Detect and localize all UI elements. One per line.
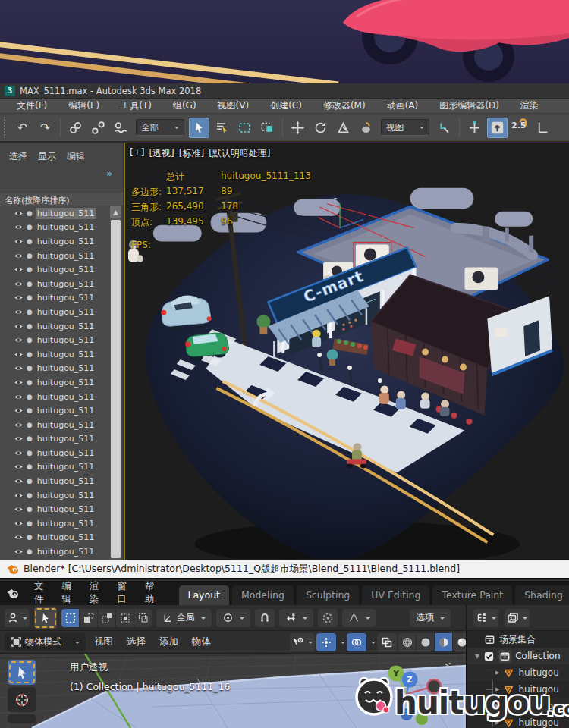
undo-button[interactable]: ↶ (12, 118, 33, 138)
editor-type-dropdown[interactable] (473, 609, 498, 627)
explorer-row[interactable]: ● huitugou_511 (0, 474, 111, 488)
select-and-move-button[interactable] (288, 118, 308, 138)
visibility-eye-icon[interactable] (14, 434, 24, 444)
bind-to-space-warp-button[interactable] (111, 118, 131, 138)
outliner-object-row[interactable]: ▶ huitugou (467, 664, 569, 681)
max-menu-item[interactable]: 组(G) (162, 99, 207, 112)
visibility-eye-icon[interactable] (14, 547, 24, 557)
visibility-eye-icon[interactable] (14, 293, 24, 303)
snap-magnet-toggle[interactable] (255, 609, 275, 627)
workspace-tab-texture-paint[interactable]: Texture Paint (432, 585, 512, 605)
viewport-menu-item[interactable]: 视图 (87, 632, 120, 651)
visibility-eye-icon[interactable] (14, 363, 24, 373)
collection-checkbox[interactable] (483, 651, 495, 662)
explorer-row[interactable]: ● huitugou_511 (0, 432, 111, 447)
use-pivot-point-button[interactable] (434, 118, 454, 138)
explorer-row[interactable]: ● huitugou_511 (0, 460, 111, 475)
visibility-eye-icon[interactable] (14, 265, 24, 275)
mode-pulldown-button[interactable] (5, 609, 30, 627)
explorer-row[interactable]: ● huitugou_511 (0, 516, 111, 531)
viewport-menu-item[interactable]: 添加 (152, 632, 185, 651)
select-and-link-button[interactable] (65, 118, 86, 138)
blender-menu-item[interactable]: 编辑 (55, 578, 80, 608)
proportional-editing-toggle[interactable] (318, 609, 338, 627)
workspace-tab-shading[interactable]: Shading (515, 585, 569, 605)
viewport-label[interactable]: [默认明暗处理] (209, 147, 270, 160)
expand-arrow-icon[interactable]: ▶ (495, 703, 499, 709)
visibility-eye-icon[interactable] (14, 406, 24, 416)
blender-title-bar[interactable]: Blender* [C:\Users\Administrator\Desktop… (0, 560, 569, 579)
explorer-row[interactable]: ● huitugou_511 (0, 544, 111, 559)
snap-25d-button[interactable]: 2.5 (510, 118, 530, 138)
outliner-object-row[interactable]: ▶ huitugou (467, 714, 569, 728)
explorer-row[interactable]: ● huitugou_511 (0, 418, 111, 432)
expand-triangle-icon[interactable]: ▼ (475, 653, 479, 660)
interaction-mode-dropdown[interactable]: 物体模式 (5, 633, 86, 651)
explorer-row[interactable]: ● huitugou_511 (0, 488, 111, 503)
name-column-header[interactable]: 名称(按降序排序) (0, 193, 123, 206)
viewport-label[interactable]: [+] (130, 147, 144, 160)
redo-button[interactable]: ↷ (35, 118, 55, 138)
explorer-row[interactable]: ● huitugou_511 (0, 347, 111, 362)
visibility-eye-icon[interactable] (14, 476, 24, 486)
select-and-rotate-button[interactable] (310, 118, 331, 138)
viewport-menu-item[interactable]: 物体 (185, 632, 218, 651)
explorer-menu-item[interactable]: 编辑 (67, 150, 85, 163)
max-menu-item[interactable]: 图形编辑器(D) (429, 99, 510, 112)
max-menu-item[interactable]: 视图(V) (207, 99, 260, 112)
explorer-row[interactable]: ● huitugou_511 (0, 319, 111, 334)
explorer-row[interactable]: ● huitugou_511 (0, 262, 111, 277)
active-tool-button[interactable] (34, 607, 57, 629)
visibility-eye-icon[interactable] (14, 251, 24, 261)
pivot-point-dropdown[interactable] (216, 609, 250, 627)
transform-orientation-dropdown[interactable]: 全局 (156, 609, 212, 627)
expand-arrow-icon[interactable]: ▶ (495, 670, 499, 676)
visibility-eye-icon[interactable] (14, 350, 24, 359)
cursor-tool-button[interactable] (8, 687, 36, 712)
max-menu-item[interactable]: 修改器(M) (313, 99, 376, 112)
blender-menu-item[interactable]: 渲染 (82, 578, 107, 608)
scrollbar-up-arrow[interactable]: ▲ (110, 206, 121, 218)
select-subtract-button[interactable] (98, 609, 115, 627)
select-invert-button[interactable] (116, 609, 134, 627)
toolbar-grip[interactable] (4, 117, 8, 138)
explorer-row[interactable]: ● huitugou_511 (0, 531, 111, 545)
max-viewport[interactable]: [+][透视][标准][默认明暗处理] 总计 huitugou_5111_113… (124, 143, 569, 560)
scrollbar-thumb[interactable] (111, 220, 121, 558)
explorer-row[interactable]: ● huitugou_511 (0, 249, 111, 263)
explorer-row[interactable]: ● huitugou_511 (0, 234, 111, 249)
viewport-label[interactable]: [透视] (149, 147, 174, 160)
select-object-button[interactable] (189, 118, 209, 138)
visibility-eye-icon[interactable] (14, 209, 24, 218)
selection-filter-dropdown[interactable]: 全部 (136, 119, 184, 136)
explorer-row[interactable]: ● huitugou_511 (0, 206, 111, 221)
reference-coordinate-dropdown[interactable]: 视图 (381, 119, 429, 136)
explorer-menu-item[interactable]: 显示 (38, 150, 56, 163)
blender-menu-item[interactable]: 文件 (27, 578, 52, 608)
explorer-row[interactable]: ● huitugou_511 (0, 403, 111, 418)
select-intersect-button[interactable] (134, 609, 152, 627)
explorer-row[interactable]: ● huitugou_511 (0, 305, 111, 319)
outliner-filter-dropdown[interactable] (505, 609, 530, 627)
navigation-gizmo[interactable]: Y Z (364, 658, 455, 728)
workspace-tab-sculpting[interactable]: Sculpting (297, 585, 359, 605)
collection-row[interactable]: ▼ Collection (467, 648, 569, 664)
solid-shading-button[interactable] (417, 633, 434, 651)
gizmo-dropdown-chevron[interactable] (341, 642, 345, 646)
explorer-row[interactable]: ● huitugou_511 (0, 390, 111, 404)
select-by-name-button[interactable] (212, 118, 232, 138)
visibility-eye-icon[interactable] (14, 491, 24, 500)
visibility-eye-icon[interactable] (14, 322, 24, 331)
expand-arrow-icon[interactable]: ▶ (495, 720, 499, 726)
toolbar-overflow-chevron[interactable]: » (106, 168, 112, 179)
outliner-object-row[interactable]: ▶ huitugou (467, 681, 569, 698)
explorer-row[interactable]: ● huitugou_511 (0, 362, 111, 376)
explorer-scrollbar[interactable]: ▲ (110, 206, 121, 560)
max-menu-item[interactable]: 编辑(E) (58, 99, 110, 112)
explorer-row[interactable]: ● huitugou_511 (0, 291, 111, 306)
visibility-eye-icon[interactable] (14, 420, 24, 430)
window-crossing-button[interactable] (257, 118, 278, 138)
viewport-label[interactable]: [标准] (179, 147, 204, 160)
max-menu-item[interactable]: 动画(A) (376, 99, 429, 112)
rectangular-selection-region-button[interactable] (234, 118, 255, 138)
